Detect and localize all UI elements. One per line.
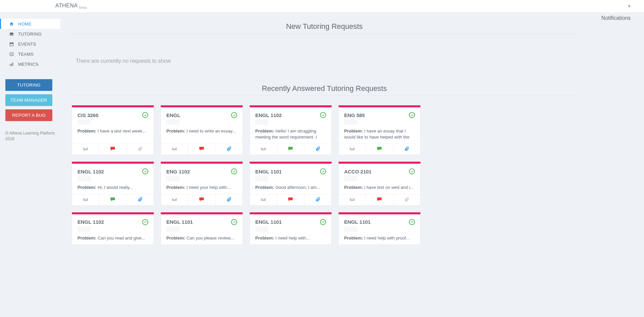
nav-item-tutoring[interactable]: TUTORING: [5, 29, 60, 39]
card-subtitle: [344, 119, 357, 125]
user-menu[interactable]: [626, 5, 631, 7]
card-course: ENGL 1101: [166, 219, 193, 225]
request-card[interactable]: ENGL 1102 Problem: Hi, I would really...: [72, 162, 154, 205]
card-problem: Problem: Hello! I am struggling meeting …: [255, 128, 326, 140]
attachment-action[interactable]: [127, 144, 154, 155]
report-bug-button[interactable]: REPORT A BUG: [5, 109, 52, 121]
notifications-link[interactable]: Notifications: [601, 15, 631, 21]
tutoring-button[interactable]: TUTORING: [5, 79, 52, 91]
laptop-icon: [9, 31, 14, 37]
card-body: ENGL 1102 Problem: Hi, I would really...: [72, 164, 154, 194]
card-course: ENG 585: [344, 112, 365, 118]
mail-action[interactable]: [339, 195, 366, 205]
card-body: ENGL Problem: I need to write an essay..…: [161, 107, 243, 144]
attachment-action[interactable]: [393, 195, 420, 205]
problem-text: I need help with...: [274, 235, 310, 241]
problem-text: I need your help with...: [185, 185, 230, 190]
request-card[interactable]: ENGL Problem: I need to write an essay..…: [161, 105, 243, 155]
card-header: ENGL 1102: [255, 112, 326, 118]
envelope-icon: [83, 197, 89, 203]
attachment-action[interactable]: [305, 195, 331, 205]
card-header: ENGL 1101: [166, 219, 237, 225]
nav-item-teams[interactable]: TEAMS: [5, 49, 60, 59]
chat-action[interactable]: [99, 144, 126, 155]
mail-action[interactable]: [161, 195, 188, 205]
nav-item-home[interactable]: HOME: [0, 19, 60, 29]
problem-label: Problem:: [255, 185, 274, 190]
chat-action[interactable]: [188, 195, 215, 205]
request-card[interactable]: CIS 3260 Problem: I have a test next wee…: [72, 105, 154, 155]
envelope-icon: [260, 197, 266, 203]
envelope-icon: [349, 146, 355, 152]
card-header: ENGL 1102: [77, 219, 148, 225]
problem-text: I have a test next week...: [96, 128, 146, 134]
brand-name: ATHENA: [55, 3, 77, 8]
card-course: ENGL 1102: [255, 112, 282, 118]
chat-icon: [110, 146, 115, 152]
new-requests-title: New Tutoring Requests: [72, 22, 577, 31]
nav-item-events[interactable]: EVENTS: [5, 39, 60, 49]
chat-action[interactable]: [99, 195, 126, 205]
problem-text: Can you please review...: [185, 235, 234, 241]
card-subtitle: [77, 119, 91, 125]
card-problem: Problem: I need to write an essay...: [166, 128, 237, 134]
calendar-icon: [9, 41, 14, 47]
chat-action[interactable]: [188, 144, 215, 155]
mail-action[interactable]: [250, 195, 277, 205]
problem-text: Can you read and give...: [96, 235, 145, 241]
problem-label: Problem:: [255, 128, 274, 134]
card-actions: [250, 144, 331, 155]
request-card[interactable]: ENGL 1101 Problem: I need help with...: [250, 212, 332, 245]
card-subtitle: [255, 176, 268, 181]
card-body: ENGL 1101 Problem: I need help with...: [250, 214, 331, 245]
card-subtitle: [77, 176, 91, 181]
chat-action[interactable]: [277, 195, 304, 205]
paperclip-icon: [138, 146, 143, 153]
check-circle-icon: [142, 112, 148, 118]
attachment-action[interactable]: [393, 144, 420, 155]
chat-icon: [288, 146, 293, 152]
request-card[interactable]: ACCO 2101 Problem: i have test on wed an…: [338, 162, 421, 205]
envelope-icon: [171, 197, 177, 203]
mail-action[interactable]: [72, 144, 99, 155]
attachment-action[interactable]: [305, 144, 331, 155]
attachment-action[interactable]: [216, 195, 243, 205]
request-card[interactable]: ENGL 1101 Problem: Good afternoon, I am.…: [250, 162, 332, 205]
check-circle-icon: [320, 168, 326, 174]
request-card[interactable]: ENG 1102 Problem: I need your help with.…: [161, 162, 243, 205]
request-card[interactable]: ENGL 1101 Problem: Can you please review…: [161, 212, 243, 245]
request-card[interactable]: ENG 585 Problem: I have an essay that I …: [338, 105, 421, 155]
request-cards-grid: CIS 3260 Problem: I have a test next wee…: [72, 105, 577, 245]
card-actions: [161, 194, 243, 205]
card-header: ENGL 1101: [255, 219, 326, 225]
check-circle-icon: [231, 112, 237, 118]
mail-action[interactable]: [339, 144, 366, 155]
card-actions: [339, 194, 420, 205]
mail-action[interactable]: [161, 144, 188, 155]
card-actions: [72, 144, 154, 155]
request-card[interactable]: ENGL 1102 Problem: Can you read and give…: [72, 212, 154, 245]
paperclip-icon: [226, 197, 232, 203]
mail-action[interactable]: [72, 195, 99, 205]
card-body: ENG 585 Problem: I have an essay that I …: [339, 107, 420, 144]
chat-action[interactable]: [366, 195, 393, 205]
paperclip-icon: [315, 146, 321, 153]
request-card[interactable]: ENGL 1102 Problem: Hello! I am strugglin…: [250, 105, 332, 155]
card-actions: [339, 144, 420, 155]
topbar: ATHENA beta: [0, 0, 644, 13]
nav-item-metrics[interactable]: METRICS: [5, 59, 60, 69]
mail-action[interactable]: [250, 144, 277, 155]
svg-rect-2: [10, 64, 10, 66]
chat-action[interactable]: [277, 144, 304, 155]
team-manager-button[interactable]: TEAM MANAGER: [5, 94, 52, 106]
chat-icon: [288, 197, 293, 203]
problem-label: Problem:: [344, 128, 363, 134]
card-header: ACCO 2101: [344, 168, 415, 174]
attachment-action[interactable]: [127, 195, 154, 205]
attachment-action[interactable]: [216, 144, 243, 155]
check-circle-icon: [320, 219, 326, 225]
request-card[interactable]: ENGL 1101 Problem: I need help with proo…: [338, 212, 421, 245]
chat-action[interactable]: [366, 144, 393, 155]
nav-label: TEAMS: [18, 52, 34, 57]
check-circle-icon: [231, 168, 237, 174]
